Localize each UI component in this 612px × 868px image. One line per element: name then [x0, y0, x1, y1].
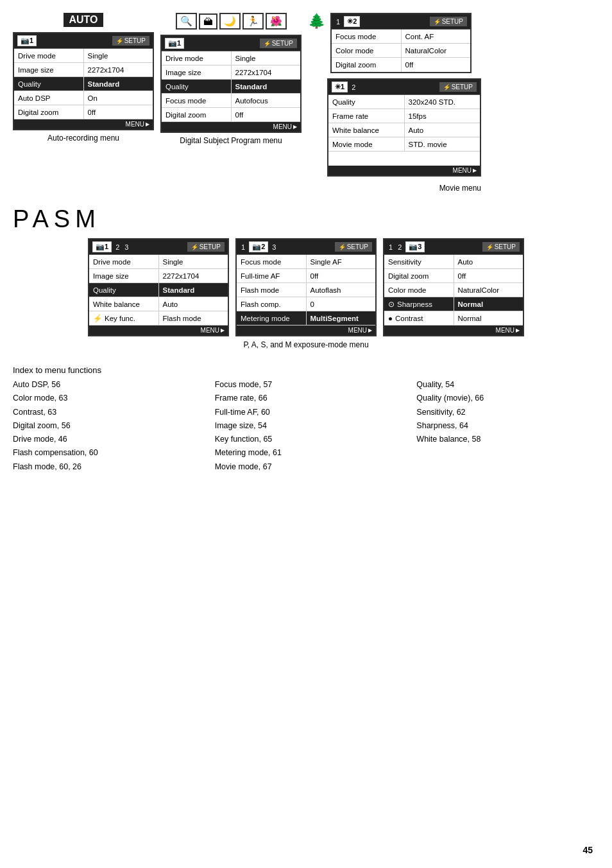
page-number: 45: [582, 845, 593, 855]
ds-menu-footer[interactable]: MENU: [162, 122, 300, 132]
index-item-sensitivity: Sensitivity, 62: [416, 406, 599, 419]
auto-val-digitalzoom: 0ff: [84, 105, 153, 119]
auto-menu-header-left: 📷1: [17, 35, 37, 46]
digital-subject-column: 🔍 🏔 🌙 🏃 🌺 📷1 SETUP Drive mode Single: [160, 13, 302, 193]
pm3-tab3[interactable]: 📷3: [405, 241, 425, 252]
index-item-imagesize: Image size, 54: [215, 419, 398, 433]
pm3-tab2[interactable]: 2: [396, 243, 403, 251]
ds-tab1[interactable]: 📷1: [165, 38, 184, 49]
ds-val-imagesize: 2272x1704: [232, 65, 301, 79]
ds-row-focusmode: Focus mode Autofocus: [162, 94, 300, 108]
ds-row-imagesize: Image size 2272x1704: [162, 65, 300, 80]
pm3-key-digitalzoom: Digital zoom: [384, 269, 454, 282]
pm1-row-whitebalance: White balance Auto: [89, 297, 228, 311]
pm1-row-imagesize: Image size 2272x1704: [89, 269, 228, 283]
pasm-col3: 1 2 📷3 SETUP Sensitivity Auto Digital zo…: [383, 238, 524, 336]
pm1-key-whitebalance: White balance: [89, 297, 159, 311]
pasm-menu1-panel: 📷1 2 3 SETUP Drive mode Single Image siz…: [88, 238, 229, 336]
ds-val-quality: Standard: [232, 80, 301, 93]
nm1-setup-btn[interactable]: SETUP: [430, 17, 467, 26]
pm2-key-fulltimeaf: Full-time AF: [237, 269, 307, 282]
pm2-tab1[interactable]: 1: [240, 243, 246, 251]
nm2-val-framerate: 15fps: [405, 109, 480, 123]
index-item-whitebalance: White balance, 58: [416, 433, 599, 446]
auto-menu-header: 📷1 SETUP: [14, 33, 153, 49]
pm1-setup-btn[interactable]: SETUP: [187, 242, 225, 252]
pm3-tab1[interactable]: 1: [387, 243, 394, 251]
auto-tab1[interactable]: 📷1: [17, 35, 37, 46]
nature-menu2-panel: ✳1 2 SETUP Quality 320x240 STD. Frame ra…: [327, 78, 481, 177]
nm1-tab2[interactable]: ✳2: [344, 16, 360, 27]
index-item-focusmode: Focus mode, 57: [215, 378, 398, 392]
auto-menu-footer[interactable]: MENU: [14, 119, 153, 129]
nm1-tab1[interactable]: 1: [335, 18, 341, 26]
auto-label: AUTO: [64, 13, 103, 27]
ds-icon3: 🌙: [219, 13, 241, 30]
nm1-key-colormode: Color mode: [332, 44, 402, 57]
ds-val-drive: Single: [232, 51, 301, 65]
pm1-val-keyfunc: Flash mode: [159, 311, 228, 325]
pm3-val-colormode: NaturalColor: [454, 283, 523, 297]
pm2-val-focusmode: Single AF: [307, 255, 376, 268]
pm1-key-keyfunc: ⚡Key func.: [89, 311, 159, 325]
pm3-setup-btn[interactable]: SETUP: [482, 242, 520, 252]
nm1-header-left: 1 ✳2: [335, 16, 360, 27]
pm1-tab2[interactable]: 2: [114, 243, 121, 251]
auto-column: AUTO 📷1 SETUP Drive mode Single Image si…: [13, 13, 154, 193]
pm1-val-imagesize: 2272x1704: [159, 269, 228, 282]
tree-icon: 🌲: [308, 13, 325, 30]
auto-row-quality: Quality Standard: [14, 77, 153, 91]
pasm-label: PASM: [13, 205, 599, 233]
pm2-tab3[interactable]: 3: [271, 243, 277, 251]
pm2-row-fulltimeaf: Full-time AF 0ff: [237, 269, 375, 283]
auto-val-drive: Single: [84, 49, 153, 62]
flash-icon-small: ⚡: [93, 314, 102, 323]
auto-row-digitalzoom: Digital zoom 0ff: [14, 105, 153, 119]
auto-key-autodsp: Auto DSP: [14, 91, 84, 105]
nm2-tab2[interactable]: 2: [350, 83, 357, 91]
pm3-row-sharpness: ⊙ Sharpness Normal: [384, 297, 523, 311]
ds-icon1: 🔍: [176, 13, 197, 30]
nature-top: 🌲 1 ✳2 SETUP Focus mode Cont. AF: [308, 13, 481, 73]
nm2-val-quality: 320x240 STD.: [405, 95, 480, 108]
pm1-val-quality: Standard: [159, 283, 228, 297]
ds-icon2: 🏔: [199, 13, 217, 30]
pm1-key-drive: Drive mode: [89, 255, 159, 268]
nm2-key-whitebalance: White balance: [328, 123, 405, 137]
nm1-row-colormode: Color mode NaturalColor: [332, 44, 470, 58]
pm2-tab2[interactable]: 📷2: [249, 241, 268, 252]
pm1-menu-footer[interactable]: MENU: [89, 326, 228, 335]
auto-setup-btn[interactable]: SETUP: [112, 36, 149, 46]
sharpness-icon: ⊙: [388, 300, 395, 309]
pm1-tab1[interactable]: 📷1: [92, 241, 112, 252]
index-item-keyfunction: Key function, 65: [215, 433, 398, 446]
pm1-val-drive: Single: [159, 255, 228, 268]
pm3-val-sensitivity: Auto: [454, 255, 523, 268]
pm2-header-left: 1 📷2 3: [240, 241, 277, 252]
tree-area: 🌲: [308, 13, 325, 33]
nm2-tab1[interactable]: ✳1: [332, 82, 348, 92]
pm1-val-whitebalance: Auto: [159, 297, 228, 311]
pm2-header: 1 📷2 3 SETUP: [237, 239, 375, 255]
ds-icon5: 🌺: [266, 13, 287, 30]
nm1-row-digitalzoom: Digital zoom 0ff: [332, 58, 470, 72]
nm2-setup-btn[interactable]: SETUP: [439, 82, 477, 92]
auto-menu-panel: 📷1 SETUP Drive mode Single Image size 22…: [13, 32, 154, 130]
nm2-header: ✳1 2 SETUP: [328, 80, 480, 95]
nm2-menu-footer[interactable]: MENU: [328, 166, 480, 175]
index-col3: Quality, 54 Quality (movie), 66 Sensitiv…: [416, 378, 599, 474]
digital-subject-icons: 🔍 🏔 🌙 🏃 🌺: [176, 13, 287, 30]
pm2-setup-btn[interactable]: SETUP: [335, 242, 372, 252]
ds-setup-btn[interactable]: SETUP: [260, 39, 297, 48]
contrast-icon: ●: [388, 315, 393, 322]
pm3-menu-footer[interactable]: MENU: [384, 326, 523, 335]
index-item-autodsp: Auto DSP, 56: [13, 378, 196, 392]
nm2-key-quality: Quality: [328, 95, 405, 108]
pm1-header: 📷1 2 3 SETUP: [89, 239, 228, 255]
pm1-tab3[interactable]: 3: [123, 243, 130, 251]
ds-menu-header: 📷1 SETUP: [162, 36, 300, 51]
index-item-drivemode: Drive mode, 46: [13, 433, 196, 446]
pasm-panels-row: 📷1 2 3 SETUP Drive mode Single Image siz…: [88, 238, 524, 336]
pm2-menu-footer[interactable]: MENU: [237, 326, 375, 335]
ds-section-label: Digital Subject Program menu: [180, 136, 282, 145]
